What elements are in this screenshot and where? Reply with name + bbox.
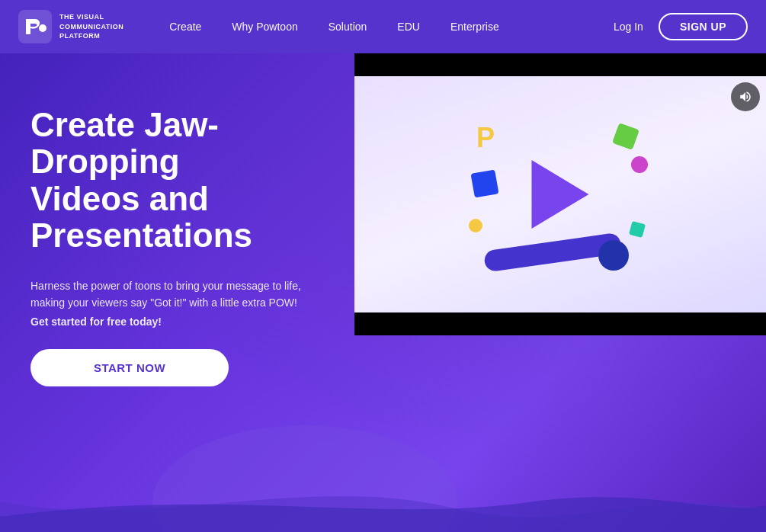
shape-play [532,160,589,229]
nav-right: Log In SIGN UP [614,13,748,40]
nav-link-why-powtoon[interactable]: Why Powtoon [216,21,312,33]
video-panel: P [354,53,766,335]
wave-bottom [0,471,766,532]
sound-button[interactable] [731,82,760,111]
signup-button[interactable]: SIGN UP [659,13,748,40]
video-illustration: P [461,111,659,278]
shape-dot-purple [631,156,648,173]
hero-left: Create Jaw-Dropping Videos and Presentat… [30,99,351,386]
login-link[interactable]: Log In [614,21,643,33]
hero-cta-text: Get started for free today! [30,316,351,328]
navigation: THE VISUAL COMMUNICATION PLATFORM Create… [0,0,766,53]
shape-dot-yellow [469,219,482,232]
shape-cube [470,169,498,197]
start-now-button[interactable]: START NOW [30,349,229,386]
shape-green [612,123,639,150]
shape-p: P [476,122,495,154]
sound-icon [739,90,752,104]
svg-point-1 [39,24,46,32]
hero-subtitle: Harness the power of toons to bring your… [30,277,305,312]
hero-section: Create Jaw-Dropping Videos and Presentat… [0,53,766,532]
nav-link-enterprise[interactable]: Enterprise [435,21,514,33]
logo-tagline: THE VISUAL COMMUNICATION PLATFORM [59,12,123,41]
hero-title: Create Jaw-Dropping Videos and Presentat… [30,107,351,255]
nav-links: Create Why Powtoon Solution EDU Enterpri… [154,21,614,33]
nav-link-edu[interactable]: EDU [382,21,435,33]
video-top-bar [354,53,766,76]
shape-dark-board [598,240,629,271]
video-main[interactable]: P [354,76,766,312]
nav-link-solution[interactable]: Solution [313,21,383,33]
powtoon-logo-icon [18,10,52,43]
video-bottom-bar [354,312,766,335]
nav-link-create[interactable]: Create [154,21,216,33]
shape-teal [629,221,646,238]
logo-area[interactable]: THE VISUAL COMMUNICATION PLATFORM [18,10,123,43]
